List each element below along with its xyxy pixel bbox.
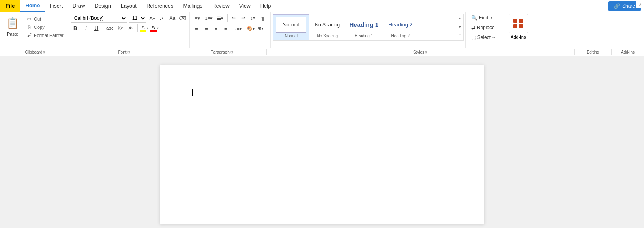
line-spacing-button[interactable]: ↕≡▾ [234,24,243,33]
copy-button[interactable]: ⎘ Copy [24,24,65,31]
addins-group-label[interactable]: Add-ins [612,48,644,56]
menu-item-mailings[interactable]: Mailings [178,0,207,12]
text-cursor [192,89,193,96]
menu-item-design[interactable]: Design [90,0,116,12]
italic-button[interactable]: I [81,24,91,32]
multilevel-list-button[interactable]: ☰▾ [215,14,225,23]
style-heading2[interactable]: Heading 2 Heading 2 [382,14,419,40]
menu-item-layout[interactable]: Layout [116,0,142,12]
editing-group: 🔍 Find ▾ ⇄ Replace ⬚ Select ~ [466,12,502,48]
replace-icon: ⇄ [471,25,475,30]
svg-rect-2 [513,24,517,28]
paste-label: Paste [7,32,18,37]
decrease-indent-button[interactable]: ⇐ [229,14,238,23]
clipboard-group: 📋 Paste ✂ Cut ⎘ Copy 🖌 Format Painter [0,12,68,48]
share-icon: 🔗 [614,3,620,9]
font-name-select[interactable]: Calibri (Body) [71,14,127,23]
styles-scroll-up[interactable]: ▲ [457,14,463,23]
strikethrough-button[interactable]: abc [105,24,115,32]
justify-button[interactable]: ≡ [221,24,230,33]
align-center-button[interactable]: ≡ [202,24,211,33]
styles-expand-icon[interactable]: ⊞ [425,50,428,54]
clipboard-expand-icon[interactable]: ⊞ [43,50,46,54]
align-left-button[interactable]: ≡ [192,24,201,33]
styles-expand[interactable]: ⊞ [457,32,463,40]
addins-icon-area [509,14,528,33]
subscript-button[interactable]: X2 [116,24,125,32]
menu-item-home[interactable]: Home [20,0,45,12]
copy-icon: ⎘ [26,24,32,30]
menu-item-help[interactable]: Help [255,0,276,12]
styles-scroll-down[interactable]: ▼ [457,23,463,31]
font-color-dropdown-arrow[interactable]: ▾ [157,26,159,30]
separator-2 [137,24,138,32]
style-no-spacing[interactable]: No Spacing No Spacing [309,14,346,40]
font-group: Calibri (Body) 11 A+ A- Aa ⌫ B I U abc X… [68,12,190,48]
cut-icon: ✂ [26,16,32,22]
menu-item-view[interactable]: View [234,0,255,12]
bold-button[interactable]: B [71,24,80,32]
format-painter-button[interactable]: 🖌 Format Painter [24,32,65,39]
addins-label: Add-ins [511,34,526,39]
separator-4 [232,24,232,32]
svg-rect-3 [519,24,523,28]
paste-button[interactable]: 📋 Paste [2,14,24,48]
text-highlight-button[interactable]: A ▾ [140,24,149,32]
addins-grid-icon [512,17,524,30]
paragraph-group: ≡▾ 1≡▾ ☰▾ ⇐ ⇒ ↕A ¶ ≡ ≡ ≡ ≡ ↕≡▾ 🎨▾ ⊞▾ [190,12,271,48]
find-icon: 🔍 [471,15,477,21]
change-case-button[interactable]: Aa [168,14,177,23]
paragraph-expand-icon[interactable]: ⊞ [230,50,233,54]
document-page[interactable] [160,65,484,224]
file-menu[interactable]: File [0,0,20,12]
increase-indent-button[interactable]: ⇒ [239,14,248,23]
menu-item-references[interactable]: References [142,0,178,12]
svg-rect-1 [519,19,523,23]
paragraph-group-label[interactable]: Paragraph ⊞ [177,48,266,56]
ribbon: 📋 Paste ✂ Cut ⎘ Copy 🖌 Format Painter [0,12,644,56]
font-color-button[interactable]: A ▾ [150,24,159,32]
highlight-dropdown-arrow[interactable]: ▾ [147,26,148,30]
styles-group-label[interactable]: Styles ⊞ [267,48,574,56]
menu-item-review[interactable]: Review [207,0,234,12]
clipboard-group-label[interactable]: Clipboard ⊞ [0,48,71,56]
replace-button[interactable]: ⇄ Replace [469,24,498,32]
find-dropdown-arrow[interactable]: ▾ [491,16,492,20]
shading-button[interactable]: 🎨▾ [247,24,255,33]
separator-5 [245,24,245,32]
find-button[interactable]: 🔍 Find ▾ [469,14,498,22]
numbering-button[interactable]: 1≡▾ [204,14,214,23]
cut-button[interactable]: ✂ Cut [24,15,65,23]
align-right-button[interactable]: ≡ [212,24,221,33]
menu-item-insert[interactable]: Insert [45,0,68,12]
menu-item-draw[interactable]: Draw [68,0,90,12]
menu-items: HomeInsertDrawDesignLayoutReferencesMail… [20,0,276,12]
separator-1 [103,24,103,32]
increase-font-button[interactable]: A+ [148,14,157,23]
underline-button[interactable]: U [92,24,101,32]
bullets-button[interactable]: ≡▾ [192,14,203,23]
borders-button[interactable]: ⊞▾ [256,24,265,33]
sort-button[interactable]: ↕A [249,14,258,23]
svg-rect-0 [513,19,517,23]
font-expand-icon[interactable]: ⊞ [127,50,130,54]
ribbon-collapse-button[interactable]: ∧ [636,0,644,8]
select-button[interactable]: ⬚ Select ~ [469,33,498,41]
font-group-label[interactable]: Font ⊞ [71,48,177,56]
font-size-select[interactable]: 11 [129,14,146,23]
clear-formatting-button[interactable]: ⌫ [178,14,187,23]
show-paragraph-button[interactable]: ¶ [258,14,267,23]
styles-group: Normal Normal No Spacing No Spacing Head… [271,12,466,48]
paste-icon: 📋 [5,15,20,32]
addins-group: Add-ins [502,12,535,48]
style-heading1[interactable]: Heading 1 Heading 1 [346,14,382,40]
style-normal[interactable]: Normal Normal [273,14,309,40]
select-icon: ⬚ [471,34,476,40]
format-painter-icon: 🖌 [26,32,32,38]
decrease-font-button[interactable]: A- [158,14,167,23]
editing-group-label[interactable]: Editing [575,48,611,56]
superscript-button[interactable]: X2 [126,24,136,32]
document-area[interactable] [0,56,644,228]
separator-3 [227,14,228,22]
ribbon-group-labels: Clipboard ⊞ Font ⊞ Paragraph ⊞ Styles ⊞ … [0,48,644,56]
